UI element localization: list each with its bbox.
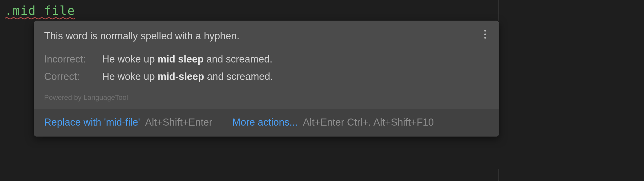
tooltip-title: This word is normally spelled with a hyp… <box>44 30 489 42</box>
code-line[interactable]: .mid file <box>0 0 644 18</box>
correct-post: and screamed. <box>204 71 273 82</box>
example-incorrect: Incorrect: He woke up mid sleep and scre… <box>44 53 489 65</box>
more-actions[interactable]: More actions... <box>232 117 298 128</box>
more-shortcut: Alt+Enter Ctrl+. Alt+Shift+F10 <box>303 117 434 128</box>
kebab-dot-icon <box>484 33 486 35</box>
kebab-dot-icon <box>484 30 486 32</box>
tooltip-body: This word is normally spelled with a hyp… <box>34 21 499 109</box>
example-correct: Correct: He woke up mid-sleep and scream… <box>44 71 489 82</box>
replace-shortcut: Alt+Shift+Enter <box>145 117 213 128</box>
correct-label: Correct: <box>44 71 102 82</box>
incorrect-post: and screamed. <box>204 53 272 65</box>
code-text: .mid file <box>5 4 75 18</box>
kebab-dot-icon <box>484 37 486 39</box>
incorrect-label: Incorrect: <box>44 53 102 65</box>
correct-bold: mid-sleep <box>157 71 204 82</box>
code-text-squiggle[interactable]: .mid file <box>5 4 75 18</box>
editor-guide-line <box>498 0 499 21</box>
grammar-tooltip: This word is normally spelled with a hyp… <box>34 21 499 137</box>
correct-text: He woke up mid-sleep and screamed. <box>102 71 273 82</box>
correct-pre: He woke up <box>102 71 157 82</box>
editor-guide-line-bottom <box>498 169 499 181</box>
incorrect-bold: mid sleep <box>157 53 204 65</box>
incorrect-text: He woke up mid sleep and screamed. <box>102 53 272 65</box>
action-bar: Replace with 'mid-file' Alt+Shift+Enter … <box>34 109 499 137</box>
replace-action[interactable]: Replace with 'mid-file' <box>44 117 140 128</box>
more-menu-button[interactable] <box>481 28 489 40</box>
incorrect-pre: He woke up <box>102 53 157 65</box>
powered-by: Powered by LanguageTool <box>44 93 489 102</box>
squiggle-underline-icon <box>5 17 75 20</box>
